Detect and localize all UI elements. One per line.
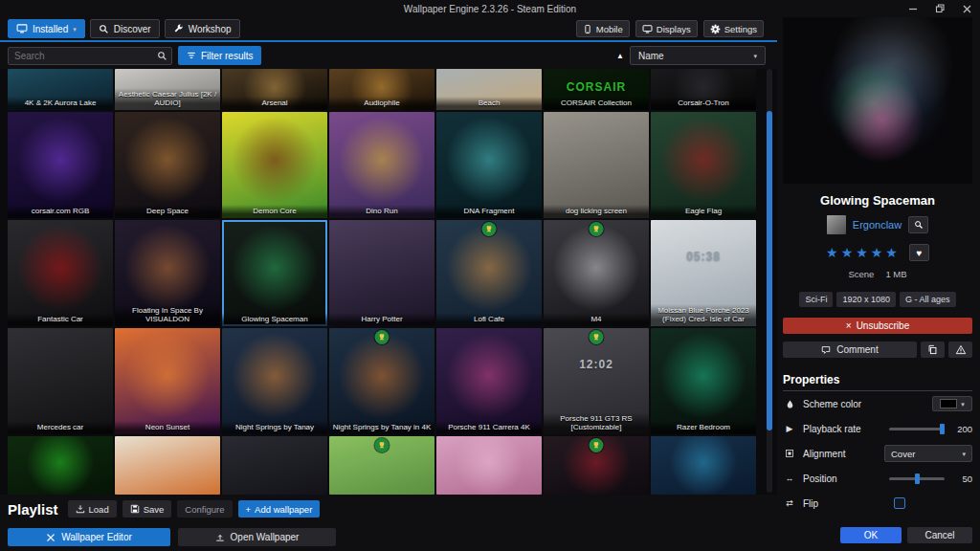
author-avatar[interactable]: [827, 215, 846, 234]
button-label: Add wallpaper: [255, 504, 312, 515]
wallpaper-tile[interactable]: Fantastic Car: [8, 220, 113, 326]
wallpaper-tile[interactable]: 05:38Moissan Blue Porche 2023 (Fixed) Cr…: [651, 220, 756, 326]
sort-direction-button[interactable]: ▲: [616, 52, 624, 60]
sort-dropdown[interactable]: Name ▾: [630, 46, 766, 65]
star-icon[interactable]: ★: [826, 245, 841, 260]
wallpaper-tile[interactable]: Corsair-O-Tron: [651, 69, 756, 110]
comment-button[interactable]: Comment: [783, 342, 917, 358]
wallpaper-label: Night Springs by Tanay: [222, 421, 327, 434]
wallpaper-tile[interactable]: Night Springs by Tanay in 4K: [329, 328, 434, 434]
star-icon[interactable]: ★: [885, 245, 901, 260]
wallpaper-tile[interactable]: M4: [544, 220, 649, 326]
playback-rate-slider[interactable]: [889, 428, 945, 430]
wallpaper-tile[interactable]: Razer Bedroom: [651, 328, 756, 434]
wallpaper-tile[interactable]: [8, 436, 113, 495]
copy-button[interactable]: [921, 342, 945, 358]
wallpaper-tile[interactable]: Mercedes car: [8, 328, 113, 434]
playlist-title: Playlist: [8, 501, 58, 518]
tab-discover[interactable]: Discover: [90, 19, 160, 38]
wallpaper-editor-button[interactable]: Wallpaper Editor: [8, 528, 170, 546]
star-icon[interactable]: ★: [871, 245, 886, 260]
tools-icon: [46, 533, 56, 542]
wallpaper-label: Deep Space: [115, 205, 220, 218]
wallpaper-tile[interactable]: [329, 436, 434, 495]
wallpaper-label: dog licking screen: [544, 205, 649, 218]
search-icon[interactable]: [157, 51, 167, 61]
wallpaper-tile[interactable]: Lofi Cafe: [436, 220, 542, 326]
wallpaper-tile[interactable]: 4K & 2K Aurora Lake: [8, 69, 113, 110]
author-row: Ergonclaw: [783, 215, 972, 234]
scheme-color-picker[interactable]: ▾: [932, 396, 972, 411]
wallpaper-tile[interactable]: CORSAIRCORSAIR Collection: [544, 69, 649, 110]
wallpaper-label: Glowing Spaceman: [222, 313, 327, 326]
scrollbar-thumb[interactable]: [767, 111, 772, 430]
search-toolbar: Filter results ▲ Name ▾: [0, 42, 777, 69]
filter-results-button[interactable]: Filter results: [178, 46, 261, 65]
playlist-load-button[interactable]: Load: [68, 500, 117, 518]
report-button[interactable]: [948, 342, 972, 358]
search-input[interactable]: [9, 51, 157, 61]
wallpaper-tile[interactable]: 12:02Porsche 911 GT3 RS [Customizable]: [544, 328, 649, 434]
wallpaper-tile[interactable]: Demon Core: [222, 112, 327, 218]
restore-button[interactable]: [926, 1, 953, 16]
minimize-button[interactable]: [900, 1, 926, 16]
author-search-button[interactable]: [908, 216, 928, 233]
settings-button[interactable]: Settings: [703, 20, 764, 37]
wallpaper-label: CORSAIR Collection: [544, 97, 649, 110]
wallpaper-tile[interactable]: Floating In Space By VISUALDON: [115, 220, 220, 326]
trophy-badge-icon: [590, 438, 604, 452]
playlist-save-button[interactable]: Save: [122, 500, 172, 518]
wallpaper-tile[interactable]: [436, 436, 542, 495]
wallpaper-tile[interactable]: Harry Potter: [329, 220, 434, 326]
color-swatch: [940, 399, 957, 408]
wallpaper-tile[interactable]: Audiophile: [329, 69, 434, 110]
star-icon[interactable]: ★: [856, 245, 871, 260]
wallpaper-label: corsair.com RGB: [8, 205, 113, 218]
mobile-button[interactable]: Mobile: [576, 20, 630, 37]
wallpaper-tile[interactable]: Porsche 911 Carrera 4K: [436, 328, 542, 434]
wallpaper-tile[interactable]: dog licking screen: [544, 112, 649, 218]
add-wallpaper-button[interactable]: + Add wallpaper: [238, 500, 321, 518]
wallpaper-tile[interactable]: Glowing Spaceman: [222, 220, 327, 326]
wallpaper-tile[interactable]: Deep Space: [115, 112, 220, 218]
tab-label: Workshop: [189, 24, 232, 34]
scrollbar-track[interactable]: [767, 69, 772, 493]
wallpaper-tile[interactable]: Night Springs by Tanay: [222, 328, 327, 434]
wallpaper-tile[interactable]: Beach: [436, 69, 542, 110]
wallpaper-tile[interactable]: [651, 436, 756, 495]
wallpaper-tile[interactable]: [222, 436, 327, 495]
star-icon[interactable]: ★: [841, 245, 857, 260]
playlist-configure-button[interactable]: Configure: [177, 500, 232, 518]
property-label: Position: [803, 474, 882, 484]
tab-workshop[interactable]: Workshop: [165, 19, 240, 38]
comment-row: Comment: [783, 342, 972, 358]
wallpaper-tile[interactable]: [544, 436, 649, 495]
tab-installed[interactable]: Installed ▾: [8, 19, 85, 38]
wallpaper-tile[interactable]: Dino Run: [329, 112, 434, 218]
wallpaper-tile[interactable]: [115, 436, 220, 495]
wallpaper-tile[interactable]: Arsenal: [222, 69, 327, 110]
slider-handle[interactable]: [940, 424, 945, 434]
wallpaper-tile[interactable]: Neon Sunset: [115, 328, 220, 434]
dialog-buttons: OK Cancel: [783, 527, 972, 543]
ok-button[interactable]: OK: [840, 527, 902, 543]
monitor-icon: [642, 24, 653, 34]
wallpaper-label: Porsche 911 Carrera 4K: [436, 421, 542, 434]
chevron-down-icon: ▾: [753, 53, 757, 59]
position-slider[interactable]: [889, 477, 945, 480]
favorite-button[interactable]: ♥: [909, 244, 929, 261]
wallpaper-tile[interactable]: DNA Fragment: [436, 112, 542, 218]
displays-button[interactable]: Displays: [635, 20, 698, 37]
close-button[interactable]: [953, 1, 980, 16]
author-link[interactable]: Ergonclaw: [853, 219, 902, 231]
unsubscribe-button[interactable]: × Unsubscribe: [783, 318, 972, 334]
flip-checkbox[interactable]: [894, 497, 905, 509]
cancel-button[interactable]: Cancel: [907, 527, 972, 543]
wallpaper-tile[interactable]: Aesthetic Caesar Julius [2K / AUDIO]: [115, 69, 220, 110]
open-wallpaper-button[interactable]: Open Wallpaper: [178, 528, 336, 546]
wallpaper-tile[interactable]: Eagle Flag: [651, 112, 756, 218]
slider-handle[interactable]: [915, 474, 920, 484]
alignment-dropdown[interactable]: Cover ▾: [884, 445, 972, 462]
wallpaper-tile[interactable]: corsair.com RGB: [8, 112, 113, 218]
button-label: Wallpaper Editor: [61, 532, 132, 542]
